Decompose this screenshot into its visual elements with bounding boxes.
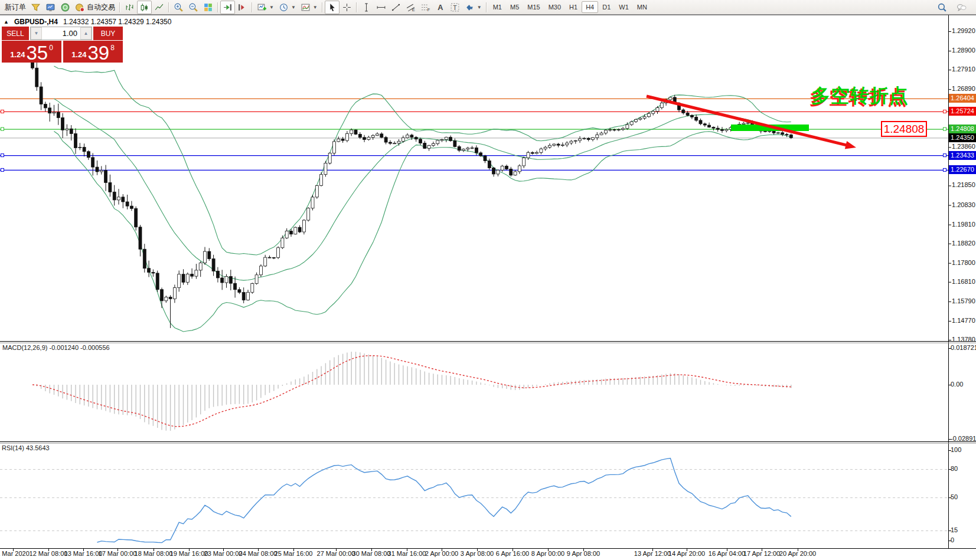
price-axis-tick: 1.15790 [952, 297, 975, 304]
price-axis-tick: 1.13780 [952, 336, 975, 343]
bar-chart-icon [125, 2, 135, 12]
arrows-button[interactable]: ▼ [462, 1, 484, 14]
auto-scroll-button[interactable] [220, 1, 235, 14]
market-watch-icon [45, 2, 56, 12]
funnel-icon [31, 2, 41, 12]
text-label-button[interactable]: T [448, 1, 462, 14]
collapse-arrow-icon[interactable]: ▲ [4, 19, 9, 25]
sell-price-box[interactable]: 1.24 35 0 [2, 41, 61, 63]
timeframe-D1[interactable]: D1 [598, 1, 615, 13]
price-axis-tick: 1.28900 [952, 47, 975, 54]
new-order-button[interactable]: 新订单 [2, 1, 28, 14]
new-chart-icon [257, 2, 267, 12]
new-chart-button[interactable]: ▼ [254, 1, 276, 14]
funnel-button[interactable] [28, 1, 43, 14]
trendline-icon [391, 2, 401, 12]
horizontal-line-button[interactable] [374, 1, 389, 14]
tile-windows-icon [203, 2, 213, 12]
sell-price-base: 1.24 [10, 51, 25, 58]
bar-chart-button[interactable] [122, 1, 137, 14]
sell-price-pips: 35 [26, 45, 48, 61]
toolbar-separator [119, 2, 120, 12]
svg-text:F: F [427, 6, 430, 12]
svg-text:E: E [412, 6, 414, 12]
chat-button[interactable] [954, 1, 969, 14]
timeframe-H4[interactable]: H4 [582, 1, 598, 13]
toolbar-separator [217, 2, 218, 12]
buy-price-pips: 39 [87, 45, 109, 61]
timeframe-M30[interactable]: M30 [544, 1, 565, 13]
chevron-down-icon[interactable]: ▼ [313, 5, 318, 10]
sell-price-pipette: 0 [49, 44, 53, 51]
chart-title-row: ▲ GBPUSD-,H4 1.24332 1.24357 1.24329 1.2… [4, 18, 171, 26]
price-level-tag-1.23433: 1.23433 [949, 151, 976, 160]
timeframe-MN[interactable]: MN [633, 1, 651, 13]
macd-axis-tick: 0.00 [951, 381, 963, 388]
price-axis-tick: 1.18820 [952, 240, 975, 247]
zoom-in-icon [174, 2, 184, 12]
crosshair-button[interactable] [340, 1, 354, 14]
price-axis-tick: 1.26890 [952, 85, 975, 92]
buy-button[interactable]: BUY [93, 27, 123, 40]
price-axis-tick: 1.17800 [952, 259, 975, 266]
cursor-button[interactable] [325, 1, 340, 14]
buy-price-pipette: 8 [110, 44, 115, 51]
buy-price-base: 1.24 [71, 51, 86, 58]
chevron-down-icon[interactable]: ▼ [477, 5, 482, 10]
chart-shift-button[interactable] [235, 1, 250, 14]
macd-indicator-label: MACD(12,26,9) -0.001240 -0.000556 [2, 344, 110, 351]
indicators-icon [301, 2, 311, 12]
equidistant-channel-button[interactable]: E [403, 1, 418, 14]
zoom-out-button[interactable] [186, 1, 201, 14]
toolbar-separator [486, 2, 487, 12]
price-axis-tick: 1.20830 [952, 201, 975, 208]
timeframe-M1[interactable]: M1 [489, 1, 506, 13]
timeframe-W1[interactable]: W1 [615, 1, 633, 13]
profiles-button[interactable]: ▼ [276, 1, 298, 14]
search-button[interactable] [935, 1, 949, 14]
price-level-tag-1.24350: 1.24350 [949, 133, 976, 142]
timeframe-H1[interactable]: H1 [565, 1, 582, 13]
price-axis-tick: 1.29920 [952, 27, 975, 34]
timeframe-M15[interactable]: M15 [523, 1, 544, 13]
trendline-button[interactable] [389, 1, 403, 14]
volume-input[interactable] [42, 27, 80, 40]
sell-button[interactable]: SELL [2, 27, 29, 40]
candle-chart-button[interactable] [137, 1, 152, 14]
zoom-out-icon [188, 2, 198, 12]
vertical-line-icon [361, 2, 371, 12]
volume-decrease-icon[interactable]: ▼ [31, 27, 42, 40]
chevron-down-icon[interactable]: ▼ [269, 5, 274, 10]
price-axis-tick: 1.14770 [952, 317, 975, 324]
one-click-trade-panel: SELL ▼ ▲ BUY 1.24 35 0 1.24 39 8 [2, 27, 123, 63]
navigator-icon [60, 2, 70, 12]
text-button[interactable]: A [433, 1, 448, 14]
text-label-icon: T [450, 2, 460, 12]
zoom-in-button[interactable] [171, 1, 186, 14]
rsi-indicator-label: RSI(14) 43.5643 [2, 444, 50, 451]
macd-axis-tick: -0.028913 [951, 435, 976, 442]
line-chart-button[interactable] [152, 1, 167, 14]
volume-increase-icon[interactable]: ▲ [80, 27, 92, 40]
buy-price-box[interactable]: 1.24 39 8 [63, 41, 123, 63]
navigator-button[interactable] [58, 1, 73, 14]
candle-chart-icon [139, 2, 149, 12]
tile-windows-button[interactable] [201, 1, 216, 14]
market-watch-button[interactable] [43, 1, 58, 14]
fibonacci-button[interactable]: F [418, 1, 433, 14]
chevron-down-icon[interactable]: ▼ [291, 5, 296, 10]
vertical-line-button[interactable] [359, 1, 374, 14]
arrows-icon [465, 2, 475, 12]
toolbar-separator [168, 2, 169, 12]
price-level-tag-1.22670: 1.22670 [949, 165, 976, 174]
price-axis-tick: 1.23860 [952, 143, 975, 150]
rsi-axis-tick: 100 [951, 446, 961, 453]
price-level-tag-1.25724: 1.25724 [949, 107, 976, 116]
price-callout: 1.24808 [881, 121, 927, 137]
auto-trading-button[interactable]: 自动交易 [73, 1, 117, 14]
equidistant-channel-icon: E [406, 2, 416, 12]
annotation-text: 多空转折点 [811, 83, 909, 109]
timeframe-M5[interactable]: M5 [506, 1, 523, 13]
time-axis-label: 20 Apr 20:00 [773, 550, 822, 557]
indicators-dialog-button[interactable]: ▼ [298, 1, 320, 14]
